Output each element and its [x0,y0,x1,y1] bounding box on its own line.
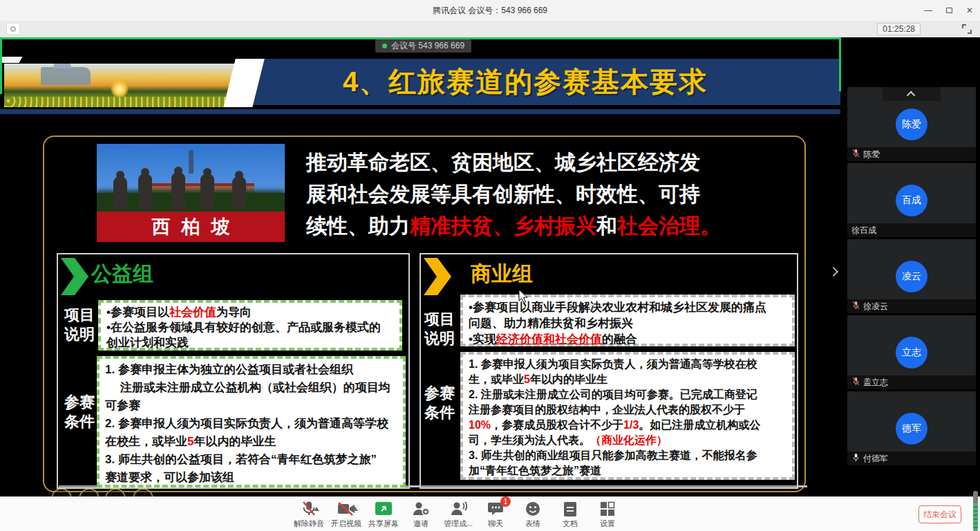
text-segment: 3. 师生共创的公益项目，若符合“青年红色筑梦之旅” [105,453,377,466]
participant-tile[interactable]: 德军付德军 [847,391,976,465]
mic-muted-icon[interactable] [301,500,317,518]
text-segment: •参赛项目以商业手段解决农业农村和城乡社区发展的痛点 [469,301,766,314]
collapse-videos-button[interactable] [883,87,941,101]
text-line: 注册参赛项目的股权结构中，企业法人代表的股权不少于 [469,402,786,418]
slide-title: 4、红旅赛道的参赛基本要求 [249,59,802,105]
toolbar-item-camera[interactable]: 开启视频 [328,500,365,529]
caret-up-icon[interactable] [314,507,319,511]
text-line: 在校生，或毕业5年以内的毕业生 [105,433,397,451]
maximize-button[interactable] [944,6,954,15]
text-line: •参赛项目以商业手段解决农业农村和城乡社区发展的痛点 [469,299,786,315]
participant-name-bar: 盖立志 [847,375,976,389]
text-segment: 社会治理。 [617,214,721,237]
document-icon[interactable] [563,500,577,518]
toolbar-item-chat[interactable]: 1聊天 [477,500,514,529]
text-line: 2. 参赛申报人须为项目实际负责人，须为普通高等学校 [105,415,397,433]
yellow-chevron-icon [424,258,451,298]
toolbar-item-label: 管理成... [444,519,473,529]
text-segment: 为导向 [216,306,252,319]
meeting-info-icon[interactable] [6,23,20,35]
toolbar-item-docs[interactable]: 文档 [552,500,589,529]
group-title: 商业组 [471,260,533,288]
toolbar-item-settings[interactable]: 设置 [589,500,626,529]
caret-up-icon[interactable] [352,507,358,511]
text-line: 司，学生须为法人代表。（商业化运作） [469,433,786,448]
text-line: 创业计划和实践 [106,335,394,351]
participant-sidebar: 陈爱陈爱百成徐百成凌云徐凌云立志盖立志德军付德军 [841,37,980,496]
xibaipo-photo: 西柏坡 [97,144,285,242]
public-welfare-group-panel: 公益组 项目说明 •参赛项目以社会价值为导向•在公益服务领域具有较好的创意、产品… [57,253,410,489]
share-screen-icon[interactable] [375,500,392,518]
participant-name: 陈爱 [863,149,880,160]
toolbar-item-unmute[interactable]: 解除静音 [290,500,328,529]
mic-on-icon [851,453,860,465]
meeting-id-text: 会议号 543 966 669 [391,40,464,52]
fullscreen-icon[interactable] [962,24,972,34]
text-line: 2. 注册或未注册成立公司的项目均可参赛。已完成工商登记 [469,387,786,402]
text-line: 1. 参赛申报主体为独立的公益项目或者社会组织 [105,361,397,379]
toolbar-item-members[interactable]: 管理成... [440,500,477,529]
group-title: 公益组 [91,260,153,288]
text-segment: 和 [596,214,617,237]
text-segment: 可参赛 [105,399,140,412]
project-desc-box: •参赛项目以商业手段解决农业农村和城乡社区发展的痛点问题、助力精准扶贫和乡村振兴… [460,295,795,346]
toolbar-item-label: 邀请 [413,519,428,529]
participant-name: 徐凌云 [863,301,888,313]
text-line: 赛道要求，可以参加该组 [105,469,397,487]
text-segment: •实现 [469,333,496,346]
text-segment: 。如已注册成立机构或公 [639,419,760,431]
banner-underline [0,109,840,114]
entry-cond-box: 1. 参赛申报人须为项目实际负责人，须为普通高等学校在校生，或毕业5年以内的毕业… [460,352,795,480]
text-segment: 社会价值 [169,306,216,319]
toolbar-item-invite[interactable]: 邀请 [402,500,440,529]
entry-cond-box: 1. 参赛申报主体为独立的公益项目或者社会组织 注册或未注册成立公益机构（或社会… [97,356,406,487]
participant-tile[interactable]: 立志盖立志 [847,315,976,389]
sidebar-scrollbar[interactable] [973,491,978,531]
text-segment: 精准扶贫 [410,214,493,237]
row-label-project-desc: 项目说明 [64,306,95,344]
participant-name-bar: 徐凌云 [847,299,976,313]
text-segment: （商业化运作） [590,434,668,446]
text-line: 续性、助力精准扶贫、乡村振兴和社会治理。 [306,210,755,242]
banner-wedge [0,57,23,63]
text-segment: 经济价值和社会价值 [496,333,602,346]
toolbar-item-share[interactable]: 共享屏幕 [365,500,402,529]
text-segment: 、 [493,214,513,237]
toolbar-item-label: 开启视频 [331,519,361,529]
chat-icon[interactable]: 1 [487,500,504,518]
avatar: 德军 [896,413,927,445]
text-segment: 2. 注册或未注册成立公司的项目均可参赛。已完成工商登记 [469,389,757,400]
toolbar-item-label: 表情 [525,519,540,529]
minimize-button[interactable]: — [923,6,933,15]
settings-icon[interactable] [600,500,615,518]
end-meeting-button[interactable]: 结束会议 [918,505,961,523]
text-segment: 赛道要求，可以参加该组 [105,471,234,484]
invite-icon[interactable] [412,500,430,518]
toolbar-item-label: 共享屏幕 [368,519,399,529]
text-line: •实现经济价值和社会价值的融合 [469,331,786,347]
text-line: 展和社会发展等具有创新性、时效性、可持 [306,178,755,210]
participant-tile[interactable]: 百成徐百成 [847,163,976,237]
text-segment: 乡村振兴 [513,214,596,237]
close-button[interactable]: ✕ [965,6,974,15]
sidebar-expand-icon[interactable] [829,267,838,277]
avatar: 百成 [896,185,927,216]
meeting-id-badge[interactable]: 会议号 543 966 669 [375,39,471,53]
text-segment: 3. 师生共创的商业组项目只能参加高教主赛道，不能报名参 [469,449,757,461]
text-line: 生，或毕业5年以内的毕业生 [469,372,786,387]
text-segment: 10% [469,419,491,431]
share-border-left [0,37,2,94]
toolbar-item-label: 解除静音 [294,519,324,529]
window-title: 腾讯会议 会议号：543 966 669 [433,5,547,17]
toolbar-item-emoji[interactable]: 表情 [514,500,552,529]
emoji-icon[interactable] [525,500,540,518]
camera-muted-icon[interactable] [337,500,355,518]
text-segment: ，参赛成员股权合计不少于 [491,419,623,431]
text-segment: 年以内的毕业生 [530,373,607,385]
text-segment: 推动革命老区、贫困地区、城乡社区经济发 [306,151,700,174]
manage-members-icon[interactable] [449,500,467,518]
text-line: 10%，参赛成员股权合计不少于1/3。如已注册成立机构或公 [469,418,786,433]
text-line: •参赛项目以社会价值为导向 [106,305,394,320]
participant-tile[interactable]: 凌云徐凌云 [847,239,976,313]
banner-photo [4,64,235,107]
